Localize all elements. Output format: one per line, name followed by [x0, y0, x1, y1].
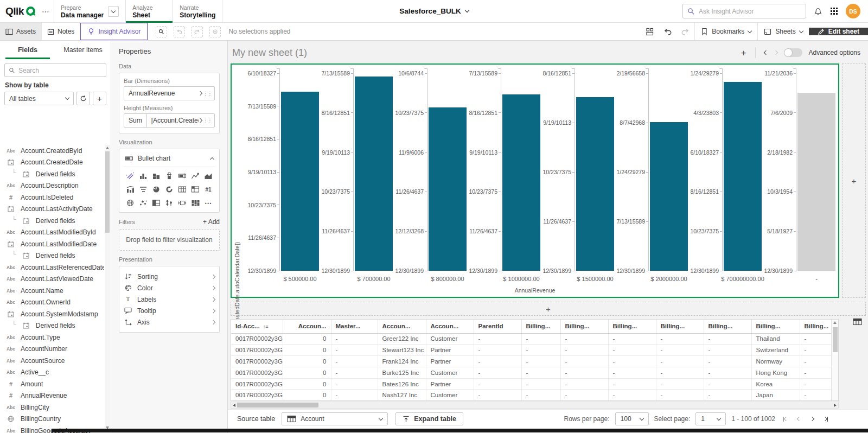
table-cell[interactable]: - [704, 333, 751, 345]
column-header[interactable]: Accoun... [283, 320, 331, 333]
field-item[interactable]: AbcAccount.LastViewedDate [0, 273, 104, 285]
user-avatar[interactable]: DS [846, 4, 860, 18]
bar[interactable] [502, 94, 540, 271]
undo-button[interactable] [659, 23, 676, 40]
notifications-bell-icon[interactable] [814, 7, 822, 16]
table-cell[interactable]: - [608, 367, 656, 378]
table-cell[interactable]: - [608, 345, 656, 356]
field-item[interactable]: AbcAccount.LastModifiedById [0, 227, 104, 239]
field-item[interactable]: AbcBillingCity [0, 402, 104, 413]
table-cell[interactable]: Korea [751, 378, 800, 390]
table-cell[interactable]: 0017R00002y3Gf... [231, 333, 283, 345]
column-header[interactable]: Billing... [560, 320, 608, 333]
table-cell[interactable]: Hong Kong [751, 367, 800, 378]
tab-analyze[interactable]: Analyze Sheet [125, 0, 173, 22]
field-item[interactable]: AbcAccount.OwnerId [0, 297, 104, 309]
rows-per-page-select[interactable]: 100 [615, 412, 649, 425]
table-cell[interactable]: Customer [426, 390, 474, 401]
tab-fields[interactable]: Fields [0, 41, 55, 59]
table-cell[interactable]: - [656, 333, 704, 345]
table-cell[interactable]: - [521, 345, 560, 356]
table-cell[interactable]: - [560, 378, 608, 390]
column-header[interactable]: Id-Acc...↑≡ [231, 320, 283, 333]
previous-page-icon[interactable] [795, 417, 803, 421]
scroll-left-icon[interactable] [233, 404, 235, 407]
table-cell[interactable]: Customer [426, 367, 474, 378]
presentation-item-color[interactable]: Color [124, 282, 215, 294]
previous-sheet-icon[interactable] [763, 50, 768, 55]
map-chart-icon[interactable] [124, 198, 137, 208]
clear-selections-icon[interactable] [209, 26, 221, 37]
advanced-options-toggle[interactable] [784, 48, 802, 57]
table-cell[interactable]: Switzerland [751, 345, 800, 356]
table-filter-select[interactable]: All tables [4, 92, 74, 105]
field-item[interactable]: BillingCountry [0, 413, 104, 425]
table-cell[interactable]: - [656, 367, 704, 378]
presentation-item-sorting[interactable]: Sorting [124, 271, 215, 282]
table-cell[interactable]: - [608, 378, 656, 390]
bullet-chart-vertical-icon[interactable] [163, 171, 176, 181]
table-cell[interactable]: - [474, 367, 521, 378]
sheets-dropdown[interactable]: Sheets [757, 23, 808, 40]
pie-chart-icon[interactable] [150, 184, 163, 194]
mekko-chart-icon[interactable] [189, 198, 202, 208]
tab-master-items[interactable]: Master items [55, 41, 111, 59]
bar-chart-object[interactable]: Sum([Account.CreatedDate.autoCalendar.Da… [231, 63, 839, 298]
column-header[interactable]: Master... [331, 320, 378, 333]
table-cell[interactable]: - [800, 356, 832, 367]
column-header[interactable]: Accoun... [378, 320, 426, 333]
source-table-select[interactable]: Account [282, 412, 388, 425]
table-cell[interactable]: - [704, 378, 751, 390]
scrollbar-thumb[interactable] [237, 403, 318, 407]
prepare-dropdown-button[interactable] [108, 6, 119, 17]
table-cell[interactable]: - [608, 333, 656, 345]
bullet-chart-horizontal-icon[interactable] [176, 171, 189, 181]
first-page-icon[interactable] [781, 417, 790, 422]
field-item[interactable]: #Account.IsDeleted [0, 192, 104, 203]
table-cell[interactable]: - [474, 345, 521, 356]
table-cell[interactable]: Japan [751, 390, 800, 401]
pivot-table-icon[interactable] [189, 184, 202, 194]
field-item[interactable]: #Amount [0, 378, 104, 390]
table-cell[interactable]: 0017R00002y3G... [231, 367, 283, 378]
funnel-chart-icon[interactable] [137, 184, 150, 194]
select-page-select[interactable]: 1 [695, 412, 726, 425]
bar[interactable] [797, 93, 835, 271]
more-charts-icon[interactable]: ⋯ [202, 198, 215, 208]
table-cell[interactable]: 0017R00002y3Gf... [231, 378, 283, 390]
presentation-item-labels[interactable]: TLabels [124, 294, 215, 305]
field-item[interactable]: AbcAccountSource [0, 355, 104, 367]
combo-chart-icon[interactable] [124, 184, 137, 194]
fields-scrollbar[interactable] [105, 145, 110, 431]
field-item[interactable]: Account.SystemModstamp [0, 308, 104, 320]
column-header[interactable]: Billing... [656, 320, 704, 333]
table-cell[interactable]: Customer [426, 333, 474, 345]
ask-insight-advisor-input[interactable] [699, 8, 801, 15]
table-cell[interactable]: - [521, 333, 560, 345]
table-cell[interactable]: - [521, 378, 560, 390]
table-cell[interactable]: 0017R00002y3Gf... [231, 390, 283, 401]
table-cell[interactable]: - [331, 345, 378, 356]
table-cell[interactable]: - [800, 390, 832, 401]
global-menu-kebab-icon[interactable]: ⋯ [41, 0, 54, 22]
edit-sheet-button[interactable]: Edit sheet [809, 28, 868, 35]
table-cell[interactable]: - [800, 378, 832, 390]
kpi-icon[interactable]: #1 [202, 184, 215, 194]
table-cell[interactable]: 0 [283, 345, 331, 356]
presentation-item-axis[interactable]: Axis [124, 316, 215, 328]
field-item[interactable]: └Derived fields [0, 168, 104, 180]
field-item[interactable]: Account.CreatedDate [0, 157, 104, 169]
table-cell[interactable]: - [474, 333, 521, 345]
sheet-grid-view-icon[interactable] [641, 23, 659, 40]
column-header[interactable]: Billing... [704, 320, 751, 333]
treemap-icon[interactable] [150, 198, 163, 208]
field-item[interactable]: Account.LastModifiedDate [0, 238, 104, 250]
table-cell[interactable]: - [331, 390, 378, 401]
table-cell[interactable]: - [560, 333, 608, 345]
donut-chart-icon[interactable] [163, 184, 176, 194]
table-cell[interactable]: Partner [426, 356, 474, 367]
add-column-drop-zone[interactable]: + [842, 63, 866, 298]
table-cell[interactable]: - [560, 356, 608, 367]
table-cell[interactable]: - [474, 390, 521, 401]
scatter-plot-icon[interactable] [137, 198, 150, 208]
